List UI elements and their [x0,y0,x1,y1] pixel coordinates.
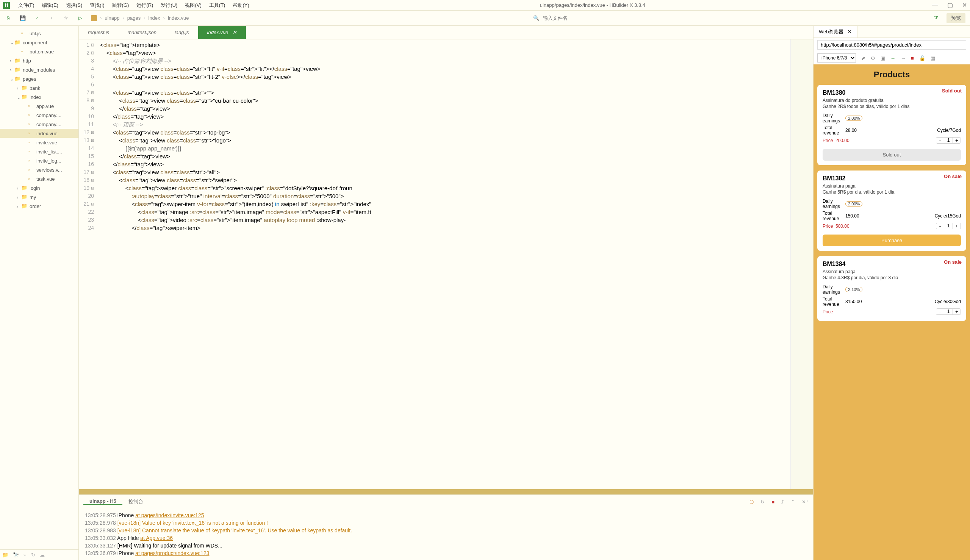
star-icon[interactable]: ☆ [62,14,70,22]
export-icon[interactable]: ⤴ [781,499,784,505]
preview-viewport[interactable]: Products Sold outBM1380Assinatura do pro… [813,64,970,560]
file-item[interactable]: ▫invite.vue [0,138,78,147]
search-icon[interactable]: 🔍 [532,14,540,22]
folder-item[interactable]: ›📁node_modules [0,65,78,74]
console-output[interactable]: 13:05:28.975 iPhone at pages/index/invit… [79,508,813,560]
minus-button[interactable]: - [936,309,944,315]
file-item[interactable]: ▫company.... [0,120,78,129]
file-item[interactable]: ▫app.vue [0,102,78,111]
folder-item[interactable]: ›📁order [0,202,78,211]
console-tab[interactable]: 控制台 [122,498,149,505]
minus-button[interactable]: - [936,223,944,229]
explorer-icon[interactable]: 📁 [2,552,8,558]
file-item[interactable]: ▫company.... [0,111,78,120]
filter-icon[interactable]: ⧩ [932,14,940,22]
refresh-icon[interactable]: ↻ [31,552,35,558]
clear-icon[interactable]: ✕⁺ [802,499,808,505]
quantity-stepper[interactable]: -1+ [936,308,961,315]
save-icon[interactable]: 💾 [19,14,27,22]
console-link[interactable]: at App.vue:36 [140,535,173,541]
browser-tab-label[interactable]: Web浏览器 [819,28,844,35]
folder-item[interactable]: ⌄📁component [0,38,78,47]
bug-icon[interactable]: ⬡ [750,499,753,505]
open-external-icon[interactable]: ⬈ [861,55,865,61]
folder-item[interactable]: ›📁my [0,192,78,202]
cycle-label: Cycle/30God [935,299,961,304]
forward-icon[interactable]: → [901,55,906,61]
folder-item[interactable]: ›📁bank [0,83,78,92]
grid-icon[interactable]: ▦ [931,55,935,61]
forward-icon[interactable]: › [48,14,55,22]
menu-item[interactable]: 视图(V) [181,2,205,9]
menu-item[interactable]: 查找(I) [86,2,108,9]
breadcrumb-item[interactable]: uinapp [105,15,119,21]
plus-button[interactable]: + [953,223,960,229]
file-item[interactable]: ▫services.v... [0,165,78,174]
preview-button[interactable]: 预览 [947,13,965,23]
breadcrumb-item[interactable]: index.vue [168,15,189,21]
stop-icon[interactable]: ■ [911,55,914,61]
file-item[interactable]: ▫index.vue [0,129,78,138]
editor-tab[interactable]: manifest.json [118,26,166,39]
minimap[interactable] [790,39,813,489]
menu-item[interactable]: 编辑(E) [38,2,62,9]
file-item[interactable]: ▫bottom.vue [0,47,78,56]
collapse-icon[interactable]: ⌃ [791,499,795,505]
close-icon[interactable]: ✕ [848,29,852,35]
url-input[interactable] [817,40,966,50]
file-item[interactable]: ▫invite_list.... [0,147,78,156]
restart-icon[interactable]: ↻ [760,499,765,505]
close-icon[interactable]: ✕ [233,30,237,35]
lock-icon[interactable]: 🔓 [919,55,925,61]
plus-button[interactable]: + [953,138,960,143]
settings-icon[interactable]: ⚙ [871,55,875,61]
menu-item[interactable]: 文件(F) [14,2,38,9]
bug-icon[interactable]: ⌁ [23,552,27,558]
run-icon[interactable]: ▷ [77,14,84,22]
file-item[interactable]: ▫util.js [0,29,78,38]
file-icon: ▫ [28,158,34,164]
minus-button[interactable]: - [936,138,944,143]
file-item[interactable]: ▫task.vue [0,174,78,183]
breadcrumb-item[interactable]: index [148,15,160,21]
back-icon[interactable]: ‹ [33,14,41,22]
purchase-button[interactable]: Sold out [823,149,961,161]
code-editor[interactable]: <class="tag">template> <class="tag">view… [97,39,790,489]
plus-button[interactable]: + [953,309,960,315]
file-item[interactable]: ▫invite_log... [0,156,78,165]
search-icon[interactable]: 🔭 [13,552,19,558]
folder-item[interactable]: ›📁http [0,56,78,65]
cloud-icon[interactable]: ☁ [40,552,45,558]
editor-tab[interactable]: lang.js [166,26,198,39]
file-search-input[interactable] [543,15,588,21]
breadcrumb-item[interactable]: pages [127,15,140,21]
device-select[interactable]: iPhone 6/7/8 [817,53,856,63]
product-description: Ganhe 2R$ todos os dias, válido por 1 di… [823,104,961,109]
console-link[interactable]: at pages/product/index.vue:123 [135,550,209,556]
menu-item[interactable]: 发行(U) [157,2,181,9]
editor-tab[interactable]: request.js [79,26,118,39]
close-icon[interactable]: ✕ [962,2,967,9]
product-description: Ganhe 4.3R$ por dia, válido por 3 dia [823,275,961,280]
quantity-stepper[interactable]: -1+ [936,137,961,143]
console-link[interactable]: at pages/index/invite.vue:125 [135,512,204,518]
folder-item[interactable]: ⌄📁pages [0,74,78,83]
menu-item[interactable]: 选择(S) [62,2,86,9]
new-file-icon[interactable]: ⎘ [5,14,12,22]
quantity-stepper[interactable]: -1+ [936,223,961,229]
menu-item[interactable]: 运行(R) [133,2,157,9]
horizontal-scrollbar[interactable] [79,489,813,495]
maximize-icon[interactable]: ▢ [947,2,953,9]
menu-item[interactable]: 帮助(Y) [229,2,253,9]
folder-item[interactable]: ›📁login [0,183,78,192]
menu-item[interactable]: 跳转(G) [108,2,133,9]
minimize-icon[interactable]: — [932,2,938,9]
console-tab[interactable]: uinapp - H5 [83,498,122,505]
editor-tab[interactable]: index.vue✕ [198,26,246,39]
screenshot-icon[interactable]: ▣ [881,55,885,61]
folder-item[interactable]: ⌄📁index [0,92,78,102]
stop-icon[interactable]: ■ [772,499,775,505]
purchase-button[interactable]: Purchase [823,235,961,246]
menu-item[interactable]: 工具(T) [205,2,229,9]
back-icon[interactable]: ← [890,55,895,61]
